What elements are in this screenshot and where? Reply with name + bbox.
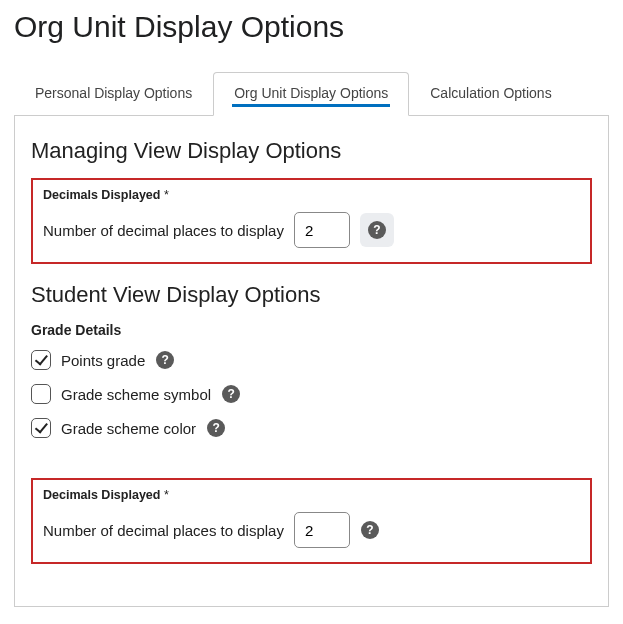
student-decimals-label: Number of decimal places to display [43, 522, 284, 539]
required-indicator: * [164, 188, 169, 202]
grade-scheme-color-row: Grade scheme color ? [31, 418, 592, 438]
student-view-heading: Student View Display Options [31, 282, 592, 308]
grade-scheme-color-checkbox[interactable] [31, 418, 51, 438]
student-decimals-title: Decimals Displayed * [43, 488, 580, 502]
grade-scheme-symbol-label: Grade scheme symbol [61, 386, 211, 403]
tab-panel-org-unit: Managing View Display Options Decimals D… [14, 116, 609, 607]
help-icon: ? [368, 221, 386, 239]
points-grade-help-button[interactable]: ? [155, 350, 175, 370]
managing-decimals-highlight: Decimals Displayed * Number of decimal p… [31, 178, 592, 264]
settings-page: Org Unit Display Options Personal Displa… [0, 0, 623, 607]
help-icon: ? [222, 385, 240, 403]
student-decimals-help-button[interactable]: ? [360, 520, 380, 540]
required-indicator: * [164, 488, 169, 502]
student-decimals-input[interactable] [294, 512, 350, 548]
tabs-bar: Personal Display Options Org Unit Displa… [14, 72, 609, 116]
grade-scheme-color-label: Grade scheme color [61, 420, 196, 437]
managing-decimals-row: Number of decimal places to display ? [43, 212, 580, 248]
tab-calculation-options[interactable]: Calculation Options [409, 72, 572, 115]
managing-decimals-input[interactable] [294, 212, 350, 248]
grade-scheme-symbol-row: Grade scheme symbol ? [31, 384, 592, 404]
tab-personal-display[interactable]: Personal Display Options [14, 72, 213, 115]
points-grade-checkbox[interactable] [31, 350, 51, 370]
help-icon: ? [207, 419, 225, 437]
managing-decimals-title: Decimals Displayed * [43, 188, 580, 202]
grade-scheme-symbol-help-button[interactable]: ? [221, 384, 241, 404]
managing-decimals-label: Number of decimal places to display [43, 222, 284, 239]
help-icon: ? [361, 521, 379, 539]
student-decimals-row: Number of decimal places to display ? [43, 512, 580, 548]
managing-decimals-title-text: Decimals Displayed [43, 188, 160, 202]
student-decimals-title-text: Decimals Displayed [43, 488, 160, 502]
points-grade-label: Points grade [61, 352, 145, 369]
student-decimals-highlight: Decimals Displayed * Number of decimal p… [31, 478, 592, 564]
points-grade-row: Points grade ? [31, 350, 592, 370]
managing-decimals-help-button[interactable]: ? [360, 213, 394, 247]
grade-scheme-symbol-checkbox[interactable] [31, 384, 51, 404]
help-icon: ? [156, 351, 174, 369]
grade-scheme-color-help-button[interactable]: ? [206, 418, 226, 438]
page-title: Org Unit Display Options [14, 10, 609, 44]
tab-org-unit-display[interactable]: Org Unit Display Options [213, 72, 409, 116]
grade-details-heading: Grade Details [31, 322, 592, 338]
managing-view-heading: Managing View Display Options [31, 138, 592, 164]
